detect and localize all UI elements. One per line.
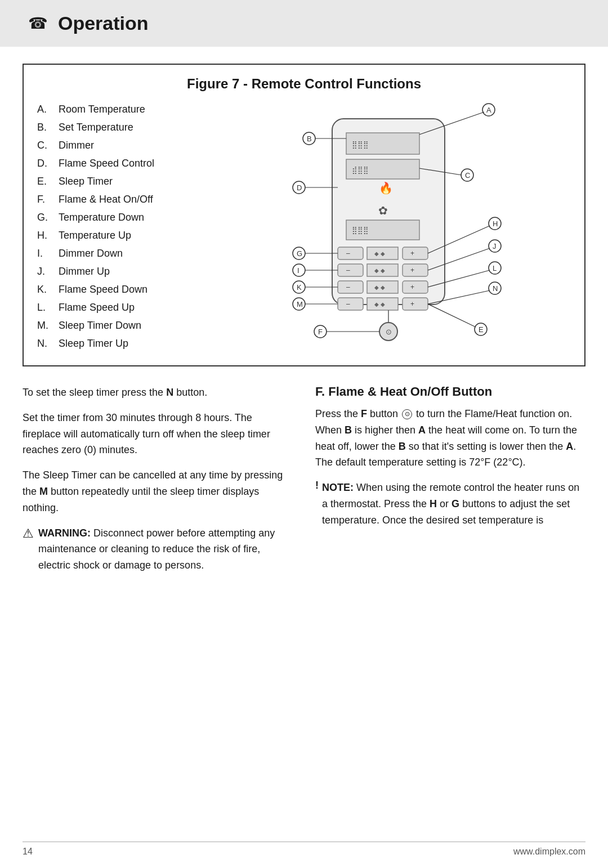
svg-text:+: + — [410, 266, 414, 274]
svg-rect-21 — [338, 281, 363, 293]
remote-diagram: ⣿⣿⣿ ⣾⣿⣿ 🔥 ✿ ⣿⣿⣿ – ◆ ◆ — [217, 102, 571, 354]
label-letter: D. — [37, 156, 53, 171]
label-letter: C. — [37, 138, 53, 153]
svg-rect-13 — [403, 247, 428, 259]
list-item: G.Temperature Down — [37, 210, 206, 225]
warning-block: ⚠ WARNING: Disconnect power before attem… — [23, 525, 293, 574]
main-content: Figure 7 - Remote Control Functions A.Ro… — [0, 64, 608, 583]
list-item: B.Set Temperature — [37, 120, 206, 135]
svg-text:H: H — [493, 220, 498, 228]
label-text: Flame Speed Up — [59, 300, 135, 315]
svg-text:–: – — [346, 249, 350, 257]
svg-text:E: E — [479, 325, 484, 334]
svg-text:–: – — [346, 283, 350, 291]
svg-text:J: J — [493, 242, 497, 250]
warning-icon: ⚠ — [23, 526, 34, 574]
phone-icon: ☎ — [28, 14, 48, 33]
label-text: Flame Speed Down — [59, 282, 147, 297]
svg-text:◆ ◆: ◆ ◆ — [374, 284, 385, 290]
label-letter: G. — [37, 210, 53, 225]
remote-control-svg: ⣿⣿⣿ ⣾⣿⣿ 🔥 ✿ ⣿⣿⣿ – ◆ ◆ — [276, 102, 512, 344]
svg-text:+: + — [410, 300, 414, 308]
list-item: C.Dimmer — [37, 138, 206, 153]
label-letter: M. — [37, 318, 53, 333]
text-col-right: F. Flame & Heat On/Off Button Press the … — [315, 384, 585, 583]
svg-text:L: L — [493, 264, 497, 272]
labels-list: A.Room Temperature B.Set Temperature C.D… — [37, 102, 206, 354]
svg-text:⣿⣿⣿: ⣿⣿⣿ — [352, 226, 369, 234]
label-letter: I. — [37, 246, 53, 261]
sleep-timer-para-3: The Sleep Timer can be cancelled at any … — [23, 467, 293, 516]
svg-text:M: M — [297, 300, 303, 308]
list-item: F.Flame & Heat On/Off — [37, 192, 206, 207]
list-item: D.Flame Speed Control — [37, 156, 206, 171]
svg-text:C: C — [465, 171, 470, 180]
svg-text:◆ ◆: ◆ ◆ — [374, 301, 385, 307]
label-letter: E. — [37, 174, 53, 189]
warning-text: WARNING: Disconnect power before attempt… — [38, 525, 293, 574]
label-letter: N. — [37, 336, 53, 351]
label-text: Flame Speed Control — [59, 156, 154, 171]
note-icon: ! — [315, 480, 319, 528]
svg-text:–: – — [346, 300, 350, 308]
list-item: M.Sleep Timer Down — [37, 318, 206, 333]
svg-text:🔥: 🔥 — [379, 181, 393, 195]
svg-text:⊙: ⊙ — [386, 328, 392, 336]
sleep-timer-para-1: To set the sleep timer press the N butto… — [23, 384, 293, 401]
svg-text:⣾⣿⣿: ⣾⣿⣿ — [352, 165, 369, 174]
label-text: Dimmer Up — [59, 264, 110, 279]
list-item: J.Dimmer Up — [37, 264, 206, 279]
label-text: Sleep Timer — [59, 174, 113, 189]
label-text: Room Temperature — [59, 102, 145, 117]
label-letter: K. — [37, 282, 53, 297]
list-item: I.Dimmer Down — [37, 246, 206, 261]
label-text: Dimmer Down — [59, 246, 123, 261]
label-letter: B. — [37, 120, 53, 135]
svg-text:✿: ✿ — [378, 204, 388, 217]
text-col-left: To set the sleep timer press the N butto… — [23, 384, 293, 583]
list-item: E.Sleep Timer — [37, 174, 206, 189]
note-text: NOTE: When using the remote control the … — [322, 480, 585, 528]
section-f-heading: F. Flame & Heat On/Off Button — [315, 384, 585, 399]
svg-text:⣿⣿⣿: ⣿⣿⣿ — [352, 140, 369, 149]
f-button-icon: ⊙ — [402, 409, 412, 419]
svg-text:G: G — [297, 249, 302, 258]
svg-text:D: D — [297, 184, 302, 192]
sleep-timer-para-2: Set the timer from 30 minutes through 8 … — [23, 410, 293, 458]
page-header: ☎ Operation — [0, 0, 608, 47]
label-text: Dimmer — [59, 138, 94, 153]
list-item: L.Flame Speed Up — [37, 300, 206, 315]
figure-title: Figure 7 - Remote Control Functions — [37, 76, 571, 92]
svg-text:B: B — [307, 135, 312, 143]
svg-text:◆ ◆: ◆ ◆ — [374, 250, 385, 257]
page-title: Operation — [58, 12, 149, 34]
label-text: Temperature Up — [59, 228, 131, 243]
svg-text:–: – — [346, 266, 350, 274]
label-letter: H. — [37, 228, 53, 243]
page-number: 14 — [23, 847, 33, 857]
svg-text:+: + — [410, 249, 414, 257]
label-letter: A. — [37, 102, 53, 117]
svg-rect-31 — [403, 298, 428, 310]
list-item: K.Flame Speed Down — [37, 282, 206, 297]
svg-text:I: I — [297, 266, 299, 275]
list-item: N.Sleep Timer Up — [37, 336, 206, 351]
label-text: Sleep Timer Down — [59, 318, 141, 333]
svg-rect-9 — [338, 247, 363, 259]
section-f-para-1: Press the F button ⊙ to turn the Flame/H… — [315, 406, 585, 471]
svg-text:A: A — [486, 106, 491, 114]
svg-rect-15 — [338, 264, 363, 276]
list-item: H.Temperature Up — [37, 228, 206, 243]
page-footer: 14 www.dimplex.com — [23, 842, 585, 857]
label-text: Flame & Heat On/Off — [59, 192, 153, 207]
svg-rect-25 — [403, 281, 428, 293]
note-block: ! NOTE: When using the remote control th… — [315, 480, 585, 528]
label-letter: L. — [37, 300, 53, 315]
text-columns: To set the sleep timer press the N butto… — [23, 384, 585, 583]
svg-text:◆ ◆: ◆ ◆ — [374, 267, 385, 274]
svg-text:N: N — [493, 284, 498, 293]
label-text: Set Temperature — [59, 120, 133, 135]
label-text: Sleep Timer Up — [59, 336, 128, 351]
svg-text:+: + — [410, 283, 414, 291]
svg-rect-19 — [403, 264, 428, 276]
